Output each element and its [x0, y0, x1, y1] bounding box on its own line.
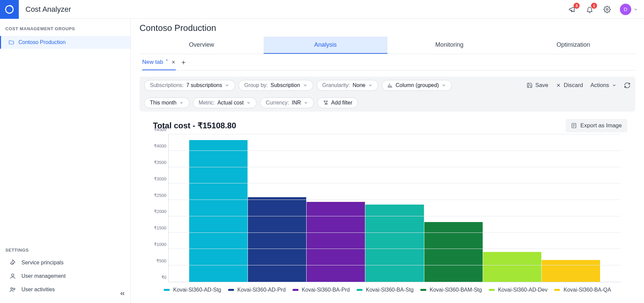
chart-bar[interactable]: [307, 202, 365, 282]
y-axis-tick: ₹4500: [154, 127, 166, 132]
chevron-down-icon: [303, 83, 308, 88]
grid-line: [169, 183, 621, 183]
chart-header: Total cost - ₹15108.80 Export as Image: [141, 119, 634, 134]
y-axis-tick: ₹3500: [154, 160, 166, 165]
add-subtab-button[interactable]: [180, 59, 186, 70]
chip-value: Column (grouped): [395, 82, 439, 88]
close-icon: [171, 60, 176, 64]
sidebar-item-contoso-production[interactable]: Contoso Production: [0, 36, 130, 49]
subtab-new-tab[interactable]: New tab*: [142, 59, 176, 70]
refresh-button[interactable]: [624, 82, 631, 89]
layout: COST MANAGEMENT GROUPS Contoso Productio…: [0, 19, 644, 303]
grid-line: [169, 265, 621, 265]
chart-bar[interactable]: [248, 197, 306, 282]
chip-value: Add filter: [331, 100, 352, 106]
chip-value: This month: [150, 100, 176, 106]
chevron-down-icon: [612, 83, 616, 88]
chart-bar[interactable]: [483, 252, 541, 282]
sidebar-item-label: Contoso Production: [18, 39, 66, 45]
bar-chart-icon: [387, 83, 393, 88]
tab-monitoring[interactable]: Monitoring: [387, 37, 512, 54]
user-menu[interactable]: D: [620, 4, 638, 15]
filter-groupby[interactable]: Group by: Subscription: [238, 80, 313, 91]
folder-icon: [8, 39, 14, 45]
legend-item[interactable]: Kovai-Sl360-BA-QA: [554, 287, 611, 293]
actions-menu[interactable]: Actions: [590, 82, 616, 89]
grid-line: [169, 232, 621, 233]
legend-item[interactable]: Kovai-Sl360-AD-Prd: [228, 287, 286, 293]
legend-item[interactable]: Kovai-Sl360-BA-Stg: [357, 287, 414, 293]
y-axis-tick: ₹0: [161, 275, 166, 280]
legend-swatch: [554, 289, 560, 291]
settings-service-principals[interactable]: Service principals: [0, 256, 130, 269]
announcements-button[interactable]: 3: [568, 5, 577, 14]
chip-value: INR: [292, 100, 301, 106]
chevron-down-icon: [368, 83, 373, 88]
chevron-down-icon: [304, 100, 308, 105]
action-label: Save: [535, 82, 548, 89]
y-axis-tick: ₹1500: [154, 225, 166, 230]
action-label: Actions: [590, 82, 609, 89]
settings-gear-button[interactable]: [602, 5, 612, 14]
svg-point-4: [13, 288, 15, 290]
chart-bar[interactable]: [424, 222, 483, 282]
y-axis-tick: ₹500: [156, 258, 166, 263]
legend-item[interactable]: Kovai-Sl360-AD-Stg: [164, 287, 221, 293]
tab-optimization[interactable]: Optimization: [512, 37, 636, 54]
legend-item[interactable]: Kovai-Sl360-BAM-Stg: [420, 287, 482, 293]
legend-label: Kovai-Sl360-AD-Prd: [237, 287, 286, 293]
subtab-label: New tab: [142, 59, 163, 66]
chart-bar[interactable]: [542, 260, 600, 282]
grid-line: [169, 216, 621, 216]
discard-button[interactable]: Discard: [556, 82, 583, 89]
chart-bar[interactable]: [189, 140, 248, 282]
grid-line: [169, 167, 621, 167]
legend-item[interactable]: Kovai-Sl360-AD-Dev: [489, 287, 548, 293]
filter-actions: Save Discard Actions: [527, 82, 631, 89]
subtab-close-button[interactable]: [171, 60, 176, 64]
filter-bar: Subscriptions: 7 subscriptions Group by:…: [140, 77, 635, 112]
y-axis-tick: ₹3000: [154, 176, 166, 181]
chip-label: Group by:: [244, 82, 268, 88]
page-title: Contoso Production: [140, 23, 635, 33]
collapse-sidebar-button[interactable]: [119, 290, 126, 297]
add-filter-button[interactable]: Add filter: [317, 97, 358, 108]
save-button[interactable]: Save: [527, 82, 548, 89]
subtab-dirty-indicator: *: [166, 58, 167, 63]
chart-bars: [169, 134, 621, 282]
filter-period[interactable]: This month: [144, 97, 190, 108]
settings-item-label: User activities: [21, 287, 55, 293]
settings-user-management[interactable]: User management: [0, 269, 130, 283]
action-label: Discard: [564, 82, 583, 89]
chart-y-axis: ₹0₹500₹1000₹1500₹2000₹2500₹3000₹3500₹400…: [147, 134, 168, 282]
filter-metric[interactable]: Metric: Actual cost: [193, 97, 257, 108]
tab-analysis[interactable]: Analysis: [264, 37, 388, 54]
main-tabs: Overview Analysis Monitoring Optimizatio…: [140, 37, 635, 54]
chart-canvas: ₹0₹500₹1000₹1500₹2000₹2500₹3000₹3500₹400…: [141, 134, 634, 282]
legend-item[interactable]: Kovai-Sl360-BA-Prd: [292, 287, 350, 293]
export-image-button[interactable]: Export as Image: [566, 119, 627, 132]
legend-label: Kovai-Sl360-BAM-Stg: [430, 287, 482, 293]
tab-overview[interactable]: Overview: [140, 37, 264, 54]
avatar: D: [620, 4, 631, 15]
close-icon: [556, 83, 561, 88]
filter-subscriptions[interactable]: Subscriptions: 7 subscriptions: [144, 80, 235, 91]
chart-legend: Kovai-Sl360-AD-StgKovai-Sl360-AD-PrdKova…: [141, 282, 634, 295]
y-axis-tick: ₹4000: [154, 143, 166, 148]
svg-point-1: [606, 8, 608, 10]
y-axis-tick: ₹2500: [154, 192, 166, 198]
filter-currency[interactable]: Currency: INR: [260, 97, 314, 108]
refresh-icon: [624, 82, 631, 89]
legend-label: Kovai-Sl360-AD-Dev: [498, 287, 548, 293]
chevron-down-icon: [633, 7, 638, 12]
filter-granularity[interactable]: Granularity: None: [317, 80, 379, 91]
notifications-button[interactable]: 1: [585, 5, 594, 14]
announcements-badge: 3: [574, 3, 580, 9]
filter-visualization[interactable]: Column (grouped): [382, 80, 452, 91]
settings-user-activities[interactable]: User activities: [0, 283, 130, 296]
users-icon: [9, 286, 16, 293]
svg-point-2: [12, 274, 14, 276]
legend-label: Kovai-Sl360-BA-QA: [564, 287, 611, 293]
chevron-down-icon: [225, 83, 229, 88]
grid-line: [169, 249, 621, 249]
